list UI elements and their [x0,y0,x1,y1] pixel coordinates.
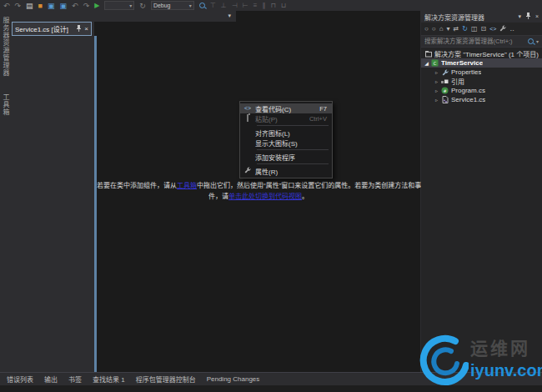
bottom-autohide-strip: 错误列表 输出 书签 查找结果 1 程序包管理器控制台 Pending Chan… [0,373,542,385]
debug-configuration-combo[interactable]: Debug ▾ [151,1,194,10]
spacing-icon[interactable]: ∥ [262,2,265,10]
align-bottoms-icon[interactable]: ⊥ [221,2,227,10]
nav-forward-icon[interactable]: ↷ [15,2,22,10]
refresh-icon[interactable]: ↻ [139,2,146,10]
home-icon[interactable]: ⌂ [439,25,444,33]
tab-service1-design[interactable]: Service1.cs [设计] × [12,22,92,36]
save-icon[interactable]: ▣ [48,2,55,10]
tree-item-project-timerservice[interactable]: ◢ C TimerService [421,58,542,68]
se-forward-icon[interactable]: ○ [432,25,436,33]
nav-back-icon[interactable]: ↶ [3,2,10,10]
solution-explorer-panel: 解决方案资源管理器 ▾ × ○ ○ ⌂ ▾ ⇄ ↻ ◫ ⊡ <> ‥ ▾ 解决方… [421,11,542,372]
align-right-icon[interactable]: ⊢ [243,2,248,10]
toolbox-link[interactable]: 工具箱 [177,182,197,189]
chevron-down-icon: ▾ [189,2,192,10]
tree-item-properties[interactable]: ▹ Properties [421,68,542,77]
align-left-icon[interactable]: ⊣ [232,2,238,10]
pin-icon[interactable] [76,25,82,33]
bottom-tab-error-list[interactable]: 错误列表 [7,374,33,384]
expanded-arrow-icon[interactable]: ◢ [423,60,430,66]
menu-item-add-installer[interactable]: 添加安装程序 [240,152,332,162]
menu-item-view-code[interactable]: <> 查看代码(C) F7 [240,103,332,113]
save-all-icon[interactable]: ▣ [60,2,68,10]
window-position-chevron-icon[interactable]: ▾ [518,13,521,20]
solution-icon [424,51,433,58]
ungroup-icon[interactable]: ⊔ [281,2,286,10]
tree-item-solution[interactable]: 解决方案 "TimerService" (1 个项目) [421,49,542,58]
menu-shortcut: F7 [319,105,327,113]
solution-explorer-toolbar: ○ ○ ⌂ ▾ ⇄ ↻ ◫ ⊡ <> ‥ [421,23,542,36]
target-combo[interactable]: ▾ [104,1,134,10]
sidebar-item-server-explorer[interactable]: 服务器资源管理器 [0,17,11,82]
chevron-down-icon[interactable]: ▾ [536,38,539,44]
close-icon[interactable]: × [84,26,88,33]
sync-icon[interactable]: ⇄ [454,25,459,33]
pin-icon[interactable] [525,13,531,21]
left-autohide-strip: 服务器资源管理器 工具箱 [0,11,11,372]
sidebar-item-toolbox[interactable]: 工具箱 [0,93,11,120]
menu-item-label: 显示大图标(S) [255,138,298,148]
designer-surface[interactable]: ▾ Service1.cs [设计] × 若要在类中添加组件，请从工具箱中拖出它… [12,11,420,372]
tree-item-program-cs[interactable]: ▹ # Program.cs [421,86,542,95]
designer-hint-text: 若要在类中添加组件，请从工具箱中拖出它们，然后使用“属性”窗口来设置它们的属性。… [97,180,420,202]
menu-item-label: 粘贴(P) [255,114,278,123]
wrench-icon[interactable] [499,25,506,33]
component-file-icon [440,96,449,103]
menu-item-paste[interactable]: 粘贴(P) Ctrl+V [240,113,332,123]
tree-item-label: Service1.cs [451,96,485,103]
hint-text: 件，请 [208,193,228,200]
tab-overflow-chevron-icon[interactable]: ▾ [228,13,231,19]
solution-explorer-search: ▾ [421,36,542,48]
statusbar-area [0,385,542,392]
bottom-tab-package-manager-console[interactable]: 程序包管理器控制台 [136,374,196,384]
search-icon[interactable] [199,3,205,8]
switch-to-code-view-link[interactable]: 单击此处切换到代码视图 [228,193,302,200]
menu-item-properties[interactable]: 属性(R) [240,166,332,176]
undo-icon[interactable]: ↶ [72,2,78,10]
new-file-icon[interactable]: ▤ [26,2,33,10]
refresh-icon[interactable]: ↻ [462,25,468,33]
view-code-icon: <> [240,105,255,112]
bottom-tab-output[interactable]: 输出 [44,374,58,384]
solution-explorer-titlebar[interactable]: 解决方案资源管理器 ▾ × [421,11,542,23]
group-icon[interactable]: ⊓ [270,2,275,10]
menu-item-show-large-icons[interactable]: 显示大图标(S) [240,138,332,148]
open-folder-icon[interactable]: ■ [38,2,43,10]
start-debug-icon[interactable]: ▶ [94,2,99,10]
collapsed-arrow-icon[interactable]: ▹ [433,97,440,103]
menu-separator [257,149,329,150]
se-back-icon[interactable]: ○ [424,25,429,33]
menu-shortcut: Ctrl+V [309,115,327,123]
collapsed-arrow-icon[interactable]: ▹ [433,88,440,93]
context-menu: <> 查看代码(C) F7 粘贴(P) Ctrl+V 对齐图标(L) 显示大图标… [239,101,333,178]
bottom-tab-bookmarks[interactable]: 书签 [68,374,82,384]
show-all-files-icon[interactable]: ◫ [471,25,478,33]
bottom-tab-pending-changes[interactable]: Pending Changes [207,375,260,383]
tree-item-references[interactable]: ▹ 引用 [421,77,542,86]
menu-item-label: 对齐图标(L) [255,128,290,138]
pane-divider[interactable] [94,36,97,372]
overflow-icon[interactable]: ‥ [509,25,514,33]
same-size-icon[interactable]: ≡ [253,2,258,10]
csharp-file-icon: # [440,87,449,94]
collapsed-arrow-icon[interactable]: ▹ [433,69,440,75]
svg-text:C: C [434,61,437,66]
collapse-all-icon[interactable]: ▾ [447,25,450,33]
paste-icon [240,115,255,122]
chevron-down-icon: ▾ [129,2,132,10]
properties-page-icon[interactable]: ⊡ [481,25,487,33]
menu-item-line-up-icons[interactable]: 对齐图标(L) [240,128,332,138]
redo-icon[interactable]: ↷ [83,2,90,10]
tab-label: Service1.cs [设计] [15,24,73,33]
align-tops-icon[interactable]: ⊤ [210,2,216,10]
tree-item-label: Properties [451,68,481,76]
search-input[interactable] [424,38,525,45]
collapsed-arrow-icon[interactable]: ▹ [433,78,440,84]
wrench-icon [440,69,449,76]
tree-item-service1-cs[interactable]: ▹ Service1.cs [421,95,542,104]
close-icon[interactable]: × [535,13,539,20]
view-code-icon[interactable]: <> [489,26,496,32]
debug-combo-label: Debug [153,2,188,10]
bottom-tab-find-results[interactable]: 查找结果 1 [93,374,125,384]
search-icon[interactable] [528,38,534,44]
